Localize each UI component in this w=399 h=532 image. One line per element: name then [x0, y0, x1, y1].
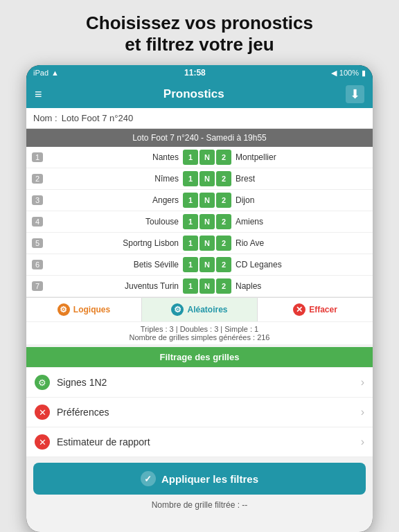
score-1-btn[interactable]: 1 [183, 150, 198, 165]
filter-signes-1n2[interactable]: ⚙ Signes 1N2 › [26, 368, 373, 398]
nav-title: Pronostics [163, 87, 224, 101]
match-scores: 1 N 2 [183, 257, 231, 272]
score-n-btn[interactable]: N [200, 193, 215, 208]
effacer-button[interactable]: ✕ Effacer [258, 298, 373, 321]
battery-label: 100% [339, 69, 359, 77]
match-home: Juventus Turin [47, 281, 183, 291]
match-home: Nîmes [47, 174, 183, 184]
action-buttons: ⚙ Logiques ⚙ Aléatoires ✕ Effacer [26, 297, 373, 321]
match-num: 7 [32, 281, 43, 291]
battery-icon: ▮ [362, 69, 366, 78]
score-1-btn[interactable]: 1 [183, 278, 198, 294]
apply-check-icon: ✓ [141, 471, 156, 486]
page-header: Choisissez vos pronostics et filtrez vot… [0, 0, 399, 65]
main-content: Nom : Loto Foot 7 n°240 Loto Foot 7 n°24… [26, 108, 373, 532]
match-away: Amiens [231, 217, 367, 227]
match-table: 1 Nantes 1 N 2 Montpellier 2 Nîmes 1 N 2… [26, 147, 373, 297]
score-n-btn[interactable]: N [200, 236, 215, 251]
apply-button[interactable]: ✓ Appliquer les filtres [33, 463, 366, 495]
match-away: Montpellier [231, 152, 367, 162]
match-num: 3 [32, 195, 43, 205]
match-scores: 1 N 2 [183, 278, 231, 294]
aleatoires-button[interactable]: ⚙ Aléatoires [142, 298, 258, 321]
effacer-icon: ✕ [293, 303, 305, 316]
score-n-btn[interactable]: N [200, 150, 215, 165]
stats-line1: Triples : 3 | Doubles : 3 | Simple : 1 [32, 325, 367, 333]
match-num: 1 [32, 152, 43, 162]
match-scores: 1 N 2 [183, 150, 231, 165]
aleatoires-label: Aléatoires [187, 305, 227, 314]
match-num: 5 [32, 238, 43, 248]
score-2-btn[interactable]: 2 [216, 150, 231, 165]
status-time: 11:58 [184, 68, 206, 78]
score-2-btn[interactable]: 2 [216, 193, 231, 208]
download-button[interactable]: ⬇ [346, 85, 364, 103]
device-frame: iPad ▲ 11:58 ◀ 100% ▮ ≡ Pronostics ⬇ Nom… [26, 65, 373, 532]
logiques-button[interactable]: ⚙ Logiques [26, 298, 142, 321]
score-1-btn[interactable]: 1 [183, 193, 198, 208]
match-scores: 1 N 2 [183, 193, 231, 208]
score-1-btn[interactable]: 1 [183, 171, 198, 186]
filtrage-header: Filtrage des grilles [26, 347, 373, 367]
nom-row: Nom : Loto Foot 7 n°240 [26, 108, 373, 129]
match-away: Rio Ave [231, 238, 367, 248]
match-scores: 1 N 2 [183, 171, 231, 186]
stats-text: Triples : 3 | Doubles : 3 | Simple : 1 N… [26, 321, 373, 344]
table-row: 1 Nantes 1 N 2 Montpellier [26, 147, 373, 168]
match-away: Dijon [231, 195, 367, 205]
estimateur-icon: ✕ [35, 434, 50, 450]
chevron-right-icon: › [361, 376, 364, 389]
grille-count-label: Nombre de grille filtrée : [152, 500, 240, 510]
match-away: CD Leganes [231, 260, 367, 269]
score-n-btn[interactable]: N [200, 214, 215, 229]
score-n-btn[interactable]: N [200, 257, 215, 272]
score-1-btn[interactable]: 1 [183, 236, 198, 251]
match-scores: 1 N 2 [183, 214, 231, 229]
apply-label: Appliquer les filtres [161, 473, 258, 485]
filter-estimateur[interactable]: ✕ Estimateur de rapport › [26, 427, 373, 457]
preferences-label: Préférences [57, 407, 361, 418]
menu-button[interactable]: ≡ [35, 87, 42, 102]
grille-count: Nombre de grille filtrée : -- [26, 497, 373, 515]
signes-icon: ⚙ [35, 375, 50, 390]
logiques-icon: ⚙ [57, 303, 70, 316]
match-away: Naples [231, 281, 367, 291]
match-num: 6 [32, 260, 43, 269]
filter-items: ⚙ Signes 1N2 › ✕ Préférences › ✕ Estimat… [26, 368, 373, 457]
signes-label: Signes 1N2 [57, 377, 361, 388]
match-away: Brest [231, 174, 367, 184]
table-row: 5 Sportng Lisbon 1 N 2 Rio Ave [26, 233, 373, 254]
score-2-btn[interactable]: 2 [216, 278, 231, 294]
score-2-btn[interactable]: 2 [216, 214, 231, 229]
grille-count-value: -- [242, 500, 247, 510]
match-home: Toulouse [47, 217, 183, 227]
score-1-btn[interactable]: 1 [183, 214, 198, 229]
status-bar: iPad ▲ 11:58 ◀ 100% ▮ [26, 65, 373, 80]
match-home: Nantes [47, 152, 183, 162]
nom-value: Loto Foot 7 n°240 [62, 113, 134, 123]
score-1-btn[interactable]: 1 [183, 257, 198, 272]
match-home: Angers [47, 195, 183, 205]
match-num: 4 [32, 217, 43, 227]
table-row: 7 Juventus Turin 1 N 2 Naples [26, 276, 373, 297]
aleatoires-icon: ⚙ [171, 303, 184, 316]
preferences-icon: ✕ [35, 405, 50, 420]
match-num: 2 [32, 174, 43, 184]
status-right: ◀ 100% ▮ [331, 69, 366, 78]
score-2-btn[interactable]: 2 [216, 171, 231, 186]
stats-line2: Nombre de grilles simples générées : 216 [32, 333, 367, 342]
table-row: 2 Nîmes 1 N 2 Brest [26, 168, 373, 190]
filter-preferences[interactable]: ✕ Préférences › [26, 398, 373, 427]
status-left: iPad ▲ [33, 69, 59, 77]
score-n-btn[interactable]: N [200, 278, 215, 294]
score-2-btn[interactable]: 2 [216, 257, 231, 272]
score-2-btn[interactable]: 2 [216, 236, 231, 251]
chevron-right-icon: › [361, 436, 364, 448]
nav-bar: ≡ Pronostics ⬇ [26, 80, 373, 108]
chevron-right-icon: › [361, 406, 364, 418]
wifi-icon: ▲ [51, 69, 59, 77]
nom-label: Nom : [33, 113, 57, 123]
effacer-label: Effacer [309, 305, 337, 314]
match-home: Betis Séville [47, 260, 183, 269]
score-n-btn[interactable]: N [200, 171, 215, 186]
